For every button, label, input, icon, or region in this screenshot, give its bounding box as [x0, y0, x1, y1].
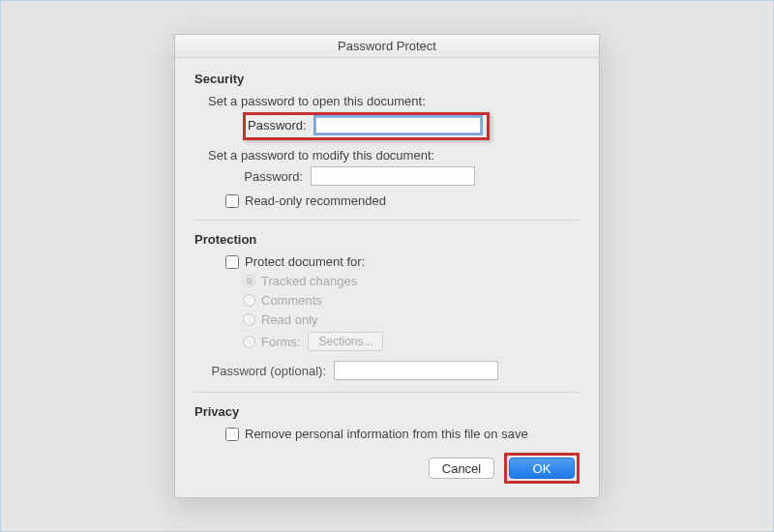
divider-1 [194, 220, 580, 221]
optional-password-row: Password (optional): [208, 361, 580, 380]
protection-radio-group: Tracked changes Comments Read only Forms… [243, 274, 580, 351]
radio-readonly[interactable] [243, 313, 255, 326]
modify-password-row: Password: [243, 166, 580, 186]
remove-personal-row: Remove personal information from this fi… [225, 427, 580, 441]
security-heading: Security [194, 72, 580, 86]
optional-password-input[interactable] [334, 361, 498, 380]
password-protect-dialog: Password Protect Security Set a password… [174, 34, 600, 498]
security-open-label: Set a password to open this document: [208, 94, 580, 108]
dialog-button-row: Cancel OK [194, 453, 580, 484]
divider-2 [194, 392, 580, 393]
readonly-recommended-row: Read-only recommended [225, 193, 580, 208]
radio-comments[interactable] [243, 294, 255, 307]
readonly-recommended-label: Read-only recommended [245, 193, 386, 208]
radio-forms-row: Forms: Sections... [243, 332, 580, 351]
dialog-titlebar: Password Protect [175, 35, 599, 58]
radio-tracked-label: Tracked changes [261, 274, 357, 288]
open-password-input[interactable] [315, 117, 481, 133]
ok-button-highlight: OK [504, 453, 580, 484]
open-password-highlight: Password: [243, 112, 490, 140]
radio-comments-label: Comments [261, 293, 322, 308]
modify-password-input[interactable] [311, 166, 475, 186]
readonly-recommended-checkbox[interactable] [225, 194, 239, 208]
radio-comments-row: Comments [243, 293, 580, 308]
protect-for-label: Protect document for: [245, 254, 365, 269]
radio-readonly-row: Read only [243, 312, 580, 327]
sections-button[interactable]: Sections... [308, 332, 383, 351]
radio-forms[interactable] [243, 336, 255, 348]
radio-tracked-row: Tracked changes [243, 274, 580, 288]
radio-forms-label: Forms: [261, 335, 300, 349]
open-password-label: Password: [248, 118, 315, 133]
remove-personal-label: Remove personal information from this fi… [245, 427, 528, 441]
protect-for-checkbox[interactable] [225, 255, 239, 269]
optional-password-label: Password (optional): [208, 364, 334, 378]
protect-for-row: Protect document for: [225, 254, 580, 269]
privacy-heading: Privacy [194, 404, 580, 419]
cancel-button[interactable]: Cancel [429, 458, 494, 479]
security-modify-label: Set a password to modify this document: [208, 148, 580, 163]
dialog-content: Security Set a password to open this doc… [175, 58, 599, 497]
remove-personal-checkbox[interactable] [225, 428, 239, 441]
modify-password-label: Password: [243, 169, 311, 184]
radio-readonly-label: Read only [261, 312, 318, 327]
radio-tracked[interactable] [243, 275, 255, 287]
dialog-title: Password Protect [338, 39, 436, 53]
protection-heading: Protection [194, 232, 580, 247]
ok-button[interactable]: OK [509, 458, 575, 479]
